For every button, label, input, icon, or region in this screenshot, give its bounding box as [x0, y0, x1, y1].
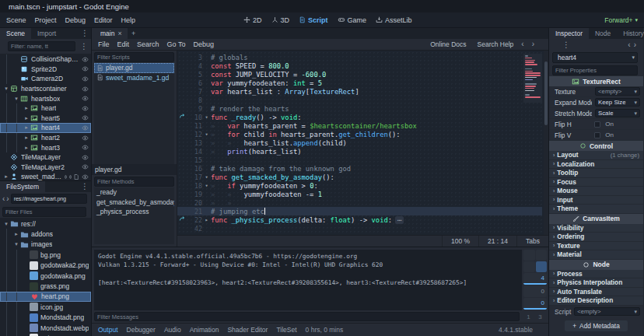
- checkbox[interactable]: [594, 121, 600, 128]
- scene-tree-row-heart5[interactable]: ▸heart5: [0, 114, 91, 124]
- property-group-tooltip[interactable]: ›Tooltip: [549, 169, 643, 178]
- distraction-free-button[interactable]: [534, 28, 548, 39]
- collapse-arrow-icon[interactable]: ▾: [13, 96, 19, 102]
- code-line-19[interactable]: 19» » yummyfoodeaten -= 1: [177, 190, 542, 198]
- property-group-input[interactable]: ›Input: [549, 196, 643, 205]
- code-line-16[interactable]: 16# take damage from the unknown god: [177, 164, 542, 173]
- scene-tree-row-CollisionShape2D[interactable]: CollisionShape2D: [0, 54, 91, 65]
- fold-arrow-icon[interactable]: ▾: [202, 114, 211, 121]
- file-tree-row-bg.png[interactable]: bg.png: [0, 250, 91, 260]
- code-line-9[interactable]: 9# render the hearts: [177, 104, 542, 113]
- menu-debug[interactable]: Debug: [65, 16, 86, 24]
- scene-dock-tab-scene[interactable]: Scene: [0, 28, 31, 39]
- code-line-8[interactable]: 8: [177, 96, 542, 104]
- editor-zoom-level[interactable]: 100 %: [442, 236, 478, 247]
- signal-badge-icon[interactable]: [65, 173, 72, 180]
- file-tree-row-res[interactable]: ▾res://: [0, 219, 91, 229]
- visibility-eye-icon[interactable]: [81, 135, 89, 142]
- visibility-eye-icon[interactable]: [81, 65, 89, 72]
- filter-properties-input[interactable]: Filter Properties: [552, 65, 638, 75]
- workspace-tab-3d[interactable]: 3D: [271, 16, 290, 24]
- filter-scripts-input[interactable]: Filter Scripts: [94, 52, 174, 62]
- expand-arrow-icon[interactable]: ▸: [13, 231, 19, 237]
- code-line-20[interactable]: 20» »: [177, 198, 542, 207]
- scene-tree-row-heart4[interactable]: ▸heart4: [0, 123, 91, 133]
- menu-help[interactable]: Help: [121, 16, 136, 24]
- close-tab-icon[interactable]: ×: [117, 30, 121, 37]
- file-tree-row-Mondstadt.webp[interactable]: Mondstadt.webp: [0, 323, 91, 333]
- visibility-eye-icon[interactable]: [81, 163, 89, 170]
- filesystem-menu-button[interactable]: ⋮: [79, 183, 91, 191]
- collapse-arrow-icon[interactable]: ▾: [13, 241, 19, 247]
- resource-menu-button[interactable]: ⋮: [562, 41, 570, 49]
- file-tree-row-icon.jpg[interactable]: icon.jpg: [0, 302, 91, 312]
- search-help-button[interactable]: Search Help: [474, 40, 514, 48]
- checkbox[interactable]: [594, 132, 600, 138]
- add-metadata-button[interactable]: +Add Metadata: [565, 320, 628, 331]
- scene-tree-row-heartscontainer[interactable]: ▾heartscontainer: [0, 84, 91, 94]
- output-search-button[interactable]: [536, 261, 548, 272]
- script-menu-go-to[interactable]: Go To: [167, 40, 186, 48]
- property-group-texture[interactable]: ›Texture: [549, 242, 643, 251]
- code-line-15[interactable]: 15: [177, 156, 542, 164]
- visibility-eye-icon[interactable]: [81, 144, 89, 151]
- scene-tree-row-heart[interactable]: ▸heart: [0, 103, 91, 114]
- fold-arrow-icon[interactable]: ▾: [202, 174, 211, 180]
- visibility-eye-icon[interactable]: [81, 114, 89, 121]
- expand-arrow-icon[interactable]: ▸: [3, 173, 9, 180]
- file-tree-row-paimon.png[interactable]: paimon.png: [0, 333, 91, 336]
- expand-arrow-icon[interactable]: ▸: [23, 115, 30, 121]
- clear-output-button[interactable]: [536, 250, 548, 261]
- filesystem-tab[interactable]: FileSystem: [0, 181, 45, 192]
- visibility-eye-icon[interactable]: [81, 95, 89, 102]
- scene-dock-menu-button[interactable]: ⋮: [79, 28, 91, 39]
- code-line-5[interactable]: 5const JUMP_VELOCITY = -600.0: [177, 70, 542, 79]
- filter-messages-input[interactable]: Filter Messages: [94, 312, 520, 321]
- property-group-layout[interactable]: ›Layout(1 change): [549, 151, 643, 160]
- property-group-mouse[interactable]: ›Mouse: [549, 187, 643, 196]
- visibility-eye-icon[interactable]: [81, 56, 89, 63]
- menu-editor[interactable]: Editor: [94, 16, 113, 24]
- fold-arrow-icon[interactable]: ▾: [202, 131, 211, 138]
- code-line-4[interactable]: 4const SPEED = 800.0: [177, 61, 542, 70]
- file-tree-row-godotwaka2.png[interactable]: godotwaka2.png: [0, 261, 91, 271]
- visibility-eye-icon[interactable]: [81, 173, 89, 180]
- code-line-12[interactable]: 12▾» for child in hearts_parent.get_chil…: [177, 130, 542, 138]
- script-badge-icon[interactable]: [73, 173, 79, 180]
- scene-tree-row-Sprite2D[interactable]: Sprite2D: [0, 65, 91, 75]
- method-item-get_smacked_by_asmoday[interactable]: get_smacked_by_asmoday: [94, 198, 174, 208]
- visibility-eye-icon[interactable]: [81, 124, 89, 131]
- filter-methods-input[interactable]: Filter Methods: [94, 177, 174, 187]
- code-line-13[interactable]: 13» » hearts_list.append(child): [177, 138, 542, 147]
- bottom-tab-debugger[interactable]: Debugger: [127, 326, 156, 334]
- bottom-tab-tileset[interactable]: TileSet: [276, 326, 296, 334]
- current-script-bar[interactable]: player.gd: [92, 164, 177, 175]
- messages-toggle[interactable]: 4: [523, 273, 547, 285]
- property-group-focus[interactable]: ›Focus: [549, 178, 643, 187]
- online-docs-button[interactable]: Online Docs: [427, 40, 466, 48]
- property-group-visibility[interactable]: ›Visibility: [549, 224, 643, 233]
- code-line-22[interactable]: 22▸func _physics_process(delta: float) -…: [177, 215, 542, 224]
- method-item-_physics_process[interactable]: _physics_process: [94, 207, 174, 217]
- scene-tree-row-TileMapLayer2[interactable]: TileMapLayer2: [0, 163, 91, 173]
- class-header-node[interactable]: Node: [549, 260, 643, 270]
- window-maximize-button[interactable]: [601, 1, 618, 12]
- window-close-button[interactable]: [622, 1, 639, 12]
- script-menu-edit[interactable]: Edit: [117, 40, 130, 48]
- visibility-eye-icon[interactable]: [81, 75, 89, 82]
- expand-arrow-icon[interactable]: ▸: [23, 145, 30, 151]
- warnings-toggle[interactable]: 0: [523, 298, 547, 310]
- current-path[interactable]: res://images/heart.png: [11, 194, 87, 204]
- code-line-14[interactable]: 14» print(hearts_list): [177, 147, 542, 156]
- workspace-tab-script[interactable]: Script: [299, 16, 328, 24]
- method-item-_ready[interactable]: _ready: [94, 187, 174, 198]
- script-item-player.gd[interactable]: player.gd: [94, 63, 174, 73]
- visibility-eye-icon[interactable]: [81, 154, 89, 161]
- file-tree-row-heart.png[interactable]: heart.png: [0, 292, 91, 302]
- history-back-button[interactable]: ‹: [628, 41, 630, 49]
- window-minimize-button[interactable]: [580, 1, 597, 12]
- code-line-21[interactable]: 21# jumping etc: [177, 207, 542, 215]
- file-tree-row-godotwaka.png[interactable]: godotwaka.png: [0, 271, 91, 281]
- script-menu-file[interactable]: File: [98, 40, 110, 48]
- class-header-canvasitem[interactable]: CanvasItem: [549, 214, 643, 224]
